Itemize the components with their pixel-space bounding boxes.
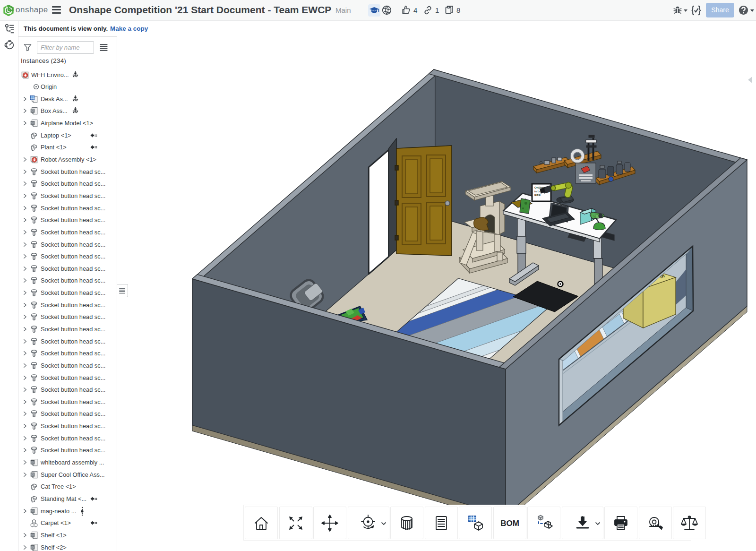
svg-text:BRB: BRB — [534, 194, 541, 197]
svg-text:BOM: BOM — [500, 519, 519, 528]
